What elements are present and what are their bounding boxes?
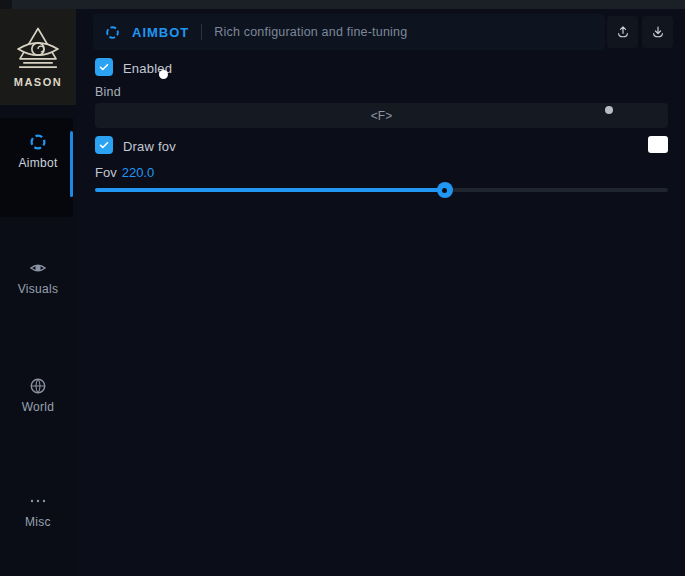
sidebar-item-visuals[interactable]: Visuals	[0, 259, 76, 296]
sidebar-item-label: World	[0, 400, 76, 414]
page-subtitle: Rich configuration and fine-tuning	[214, 25, 407, 39]
cursor-dot	[159, 70, 168, 79]
fov-slider-fill	[95, 188, 445, 192]
ellipsis-icon	[29, 496, 47, 506]
upload-config-button[interactable]	[607, 16, 638, 48]
download-icon	[650, 24, 666, 40]
fov-label: Fov	[95, 165, 117, 180]
draw-fov-color-swatch[interactable]	[648, 136, 668, 153]
check-icon	[98, 139, 110, 151]
fov-value-row: Fov220.0	[95, 165, 154, 180]
crosshair-icon	[29, 133, 47, 151]
sidebar: MASON Aimbot Visuals World	[0, 9, 76, 576]
fov-slider-thumb[interactable]	[437, 182, 453, 198]
bind-key-input[interactable]: <F>	[95, 103, 668, 128]
enabled-checkbox[interactable]	[95, 58, 113, 76]
upload-icon	[615, 24, 631, 40]
brand-logo-block: MASON	[0, 9, 76, 105]
drag-dot	[605, 106, 613, 114]
crosshair-icon	[105, 25, 120, 40]
header-divider	[201, 24, 202, 40]
fov-value: 220.0	[122, 165, 155, 180]
bind-label: Bind	[95, 85, 121, 99]
sidebar-item-world[interactable]: World	[0, 377, 76, 414]
globe-icon	[29, 377, 47, 395]
pyramid-eye-logo-icon	[11, 26, 65, 72]
check-icon	[98, 61, 110, 73]
draw-fov-checkbox[interactable]	[95, 136, 113, 154]
page-title: AIMBOT	[132, 25, 189, 40]
sidebar-item-label: Aimbot	[0, 156, 76, 170]
sidebar-item-label: Visuals	[0, 282, 76, 296]
eye-icon	[29, 259, 47, 277]
sidebar-item-misc[interactable]: Misc	[0, 496, 76, 529]
fov-slider[interactable]	[95, 188, 668, 192]
sidebar-item-label: Misc	[0, 515, 76, 529]
section-header: AIMBOT Rich configuration and fine-tunin…	[93, 14, 605, 50]
sidebar-item-aimbot[interactable]: Aimbot	[0, 133, 76, 170]
draw-fov-label: Draw fov	[123, 139, 176, 154]
mason-window: MASON Aimbot Visuals World	[0, 0, 685, 576]
brand-name: MASON	[14, 76, 62, 88]
window-top-strip	[0, 0, 685, 9]
download-config-button[interactable]	[642, 16, 673, 48]
